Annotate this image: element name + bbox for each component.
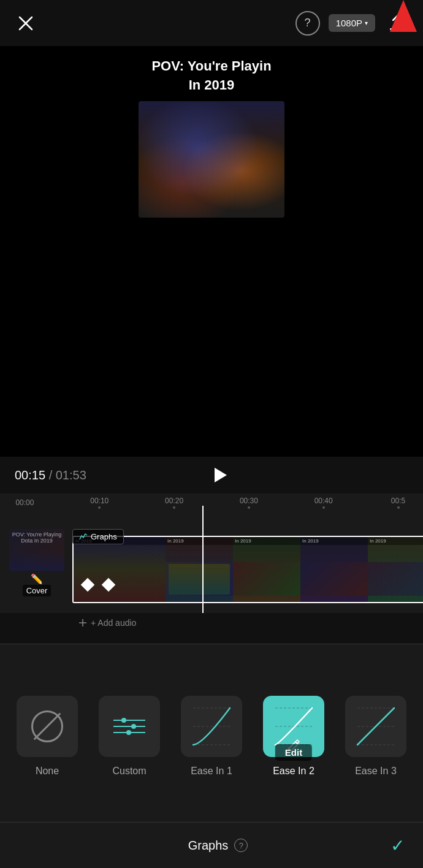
current-time: 00:15 [15,468,45,482]
cover-edit-icon: ✏️ [31,573,43,585]
preset-ease-in-2[interactable]: Edit Ease In 2 [257,663,330,810]
preset-ease-in-2-label: Ease In 2 [273,766,314,777]
timeline-ruler: 00:00 00:10 00:20 00:30 00:40 00:5 [0,493,423,512]
timeline-area: POV: You're Playing Dota In 2019 ✏️ Cove… [0,512,423,613]
time-display: 00:15 / 01:53 [15,468,86,482]
upload-button[interactable] [384,5,411,42]
bottom-title: Graphs ? [188,839,248,853]
ruler-mark: 00:40 [305,497,342,509]
quality-selector[interactable]: 1080P ▾ [329,14,375,32]
bottom-bar: Graphs ? ✓ [0,822,423,868]
help-button[interactable]: ? [295,11,320,36]
cover-thumb-text: POV: You're Playing Dota In 2019 [10,531,63,545]
cover-label: Cover [23,585,51,596]
preset-ease-in-3[interactable]: Ease In 3 [340,663,412,810]
add-audio-icon [78,619,87,627]
svg-marker-4 [215,468,227,482]
timeline-strip: Graphs In 2019 In 2019 [72,529,423,596]
add-audio-bar[interactable]: + Add audio [72,612,423,634]
preset-custom-label: Custom [112,766,146,777]
preset-none-icon-box [17,696,78,757]
custom-sliders-icon [113,720,145,733]
cover-thumbnail[interactable]: POV: You're Playing Dota In 2019 ✏️ Cove… [6,529,67,596]
edit-label: Edit [275,744,312,761]
svg-rect-2 [390,28,405,30]
preset-custom-icon-box [99,696,160,757]
ease-in-1-curve-icon [187,702,236,751]
speed-presets-panel: None [0,644,423,828]
graphs-button[interactable]: Graphs [72,529,124,544]
frame-segment-2: In 2019 [166,537,233,602]
keyframe-diamond [81,577,95,592]
total-time: 01:53 [56,468,86,482]
preset-ease-in-1-label: Ease In 1 [191,766,232,777]
graphs-icon [79,532,88,541]
timeline-frames-container: In 2019 In 2019 In 2019 [72,536,423,603]
frame-segment-3: In 2019 [233,537,300,602]
timeline-frames: In 2019 In 2019 In 2019 [72,536,423,603]
frame-segment-5: In 2019 [368,537,423,602]
preset-ease-in-3-label: Ease In 3 [355,766,397,777]
playback-controls: 00:15 / 01:53 [0,457,423,493]
header-right: ? 1080P ▾ [295,5,411,42]
video-preview: POV: You're Playin In 2019 [0,46,423,457]
preset-ease-in-1-icon-box [181,696,242,757]
preset-none[interactable]: None [11,663,83,810]
preset-ease-in-3-icon-box [345,696,406,757]
frame-segment-1: In 2019 [74,537,166,602]
cover-thumb-image: POV: You're Playing Dota In 2019 [9,529,64,571]
play-button[interactable] [204,460,235,490]
quality-chevron: ▾ [365,20,368,26]
preset-ease-in-1[interactable]: Ease In 1 [175,663,248,810]
close-button[interactable] [12,10,39,37]
playhead [202,506,204,613]
ruler-mark: 00:10 [81,497,118,509]
video-thumbnail [139,101,284,218]
bottom-help-icon[interactable]: ? [234,839,248,852]
frame-segment-4: In 2019 [300,537,368,602]
preset-custom[interactable]: Custom [93,663,166,810]
video-thumb-inner [139,101,284,218]
ruler-mark: 00:20 [156,497,193,509]
none-icon [31,710,63,742]
video-title: POV: You're Playin In 2019 [151,57,271,95]
play-icon [208,464,231,486]
preset-none-label: None [36,766,59,777]
ruler-mark: 00:30 [230,497,267,509]
ruler-mark: 00:00 [6,498,44,507]
time-separator: / [49,468,56,482]
ruler-mark: 00:5 [379,497,417,509]
header: ? 1080P ▾ [0,0,423,46]
ease-in-3-curve-icon [351,702,400,751]
upload-icon [387,13,407,33]
keyframe-diamond [102,577,116,592]
confirm-button[interactable]: ✓ [391,836,405,856]
